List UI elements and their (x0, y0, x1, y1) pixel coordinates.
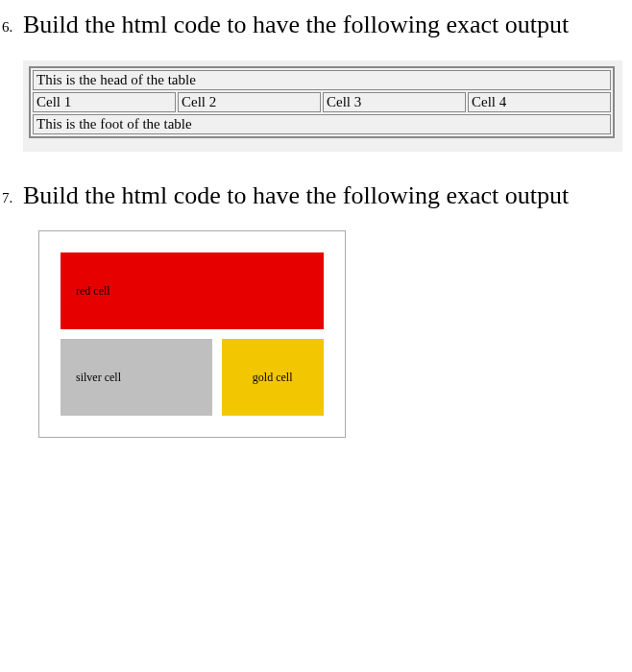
table-cell: Cell 1 (33, 92, 176, 112)
question-7: 7. Build the html code to have the follo… (0, 180, 632, 212)
question-number-6: 6. (0, 10, 23, 41)
question-text-7: Build the html code to have the followin… (23, 180, 632, 212)
question-6: 6. Build the html code to have the follo… (0, 10, 632, 41)
table2-container: red cell silver cell gold cell (38, 230, 346, 438)
color-table: red cell silver cell gold cell (51, 243, 333, 425)
table-head-cell: This is the head of the table (33, 70, 611, 90)
question-text-6: Build the html code to have the followin… (23, 10, 632, 41)
table1-container: This is the head of the table Cell 1 Cel… (23, 60, 622, 152)
table-foot-text: This is the foot of the table (36, 116, 219, 132)
table-row: This is the head of the table (33, 70, 611, 90)
table-row: Cell 1 Cell 2 Cell 3 Cell 4 (33, 92, 611, 112)
gold-cell: gold cell (222, 339, 324, 416)
demo-table-1: This is the head of the table Cell 1 Cel… (29, 66, 615, 138)
table-cell: Cell 4 (468, 92, 611, 112)
table-foot-cell: This is the foot of the table (33, 114, 611, 134)
table-cell: Cell 2 (178, 92, 321, 112)
question-number-7: 7. (0, 180, 23, 212)
red-cell: red cell (61, 252, 324, 329)
table-row: red cell (61, 252, 324, 329)
table-cell: Cell 3 (323, 92, 466, 112)
silver-cell: silver cell (61, 339, 212, 416)
table-row: This is the foot of the table (33, 114, 611, 134)
table-row: silver cell gold cell (61, 339, 324, 416)
